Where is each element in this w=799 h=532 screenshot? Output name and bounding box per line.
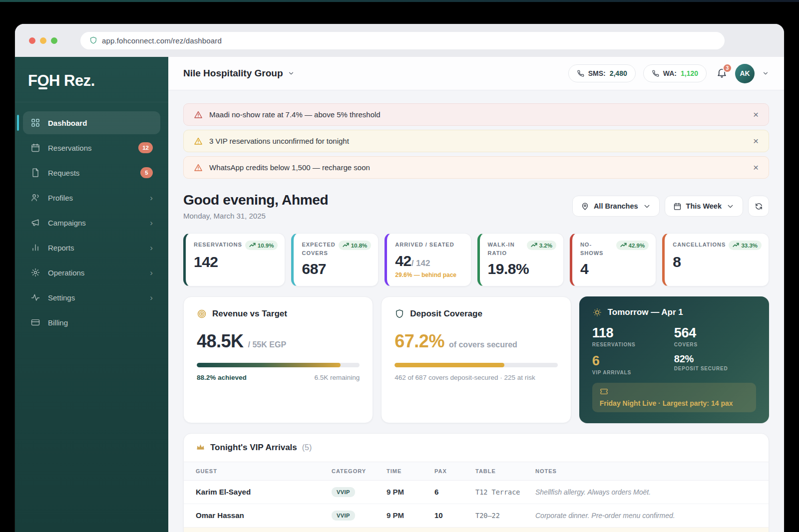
chevron-right-icon: › [150,219,153,227]
chevron-down-icon [726,202,735,211]
sidebar-item-label: Campaigns [48,219,86,227]
sidebar-item-label: Settings [48,293,75,302]
sidebar-item-requests[interactable]: Requests 5 [23,161,160,184]
vip-arrivals-card: Tonight's VIP Arrivals (5) GUEST CATEGOR… [183,433,769,532]
calendar-icon [673,202,682,211]
stat-value: 6 [592,353,674,369]
panel-title: Deposit Coverage [410,309,482,319]
branch-filter-label: All Branches [594,202,638,210]
trend-badge: 33.3% [729,241,762,250]
close-icon[interactable]: × [753,110,759,119]
deposit-progress-fill [395,363,504,367]
chevron-down-icon [643,202,651,211]
shield-icon [395,309,404,319]
minimize-window-button[interactable] [40,37,46,44]
alert-noshow-threshold: Maadi no-show rate at 7.4% — above 5% th… [183,103,769,126]
alert-text: 3 VIP reservations unconfirmed for tonig… [209,137,349,145]
sidebar-item-operations[interactable]: Operations › [23,261,160,284]
close-icon[interactable]: × [753,136,759,146]
panel-title: Tomorrow — Apr 1 [608,307,683,317]
logo-block: FOH Rez. [15,57,168,102]
tomorrow-stat-covers: 564 COVERS [674,325,756,347]
revenue-remaining: 6.5K remaining [315,374,360,381]
location-pin-icon [581,202,589,211]
stat-value: 118 [592,325,674,341]
revenue-vs-target-card: Revenue vs Target 48.5K / 55K EGP 88.2% … [183,296,373,423]
alert-text: WhatsApp credits below 1,500 — recharge … [209,163,370,172]
kpi-label: WALK-IN RATIO [488,241,524,257]
refresh-icon [755,202,763,211]
column-header: TABLE [475,468,535,474]
chevron-down-icon[interactable] [762,70,769,77]
target-icon [197,309,207,319]
category-badge: VVIP [332,511,355,521]
current-date: Monday, March 31, 2025 [183,212,328,220]
whatsapp-credits-pill[interactable]: WA: 1,120 [643,64,707,82]
sidebar: FOH Rez. Dashboard Reservations 12 Reque… [15,57,168,532]
url-text: app.fohconnect.com/rez/dashboard [102,36,222,45]
close-window-button[interactable] [29,37,35,44]
sidebar-item-settings[interactable]: Settings › [23,286,160,309]
topbar: Nile Hospitality Group SMS: 2,480 WA: 1,… [168,57,784,90]
trend-badge: 10.8% [339,241,372,250]
alert-text: Maadi no-show rate at 7.4% — above 5% th… [209,110,381,119]
deposit-coverage-card: Deposit Coverage 67.2% of covers secured… [381,296,571,423]
sidebar-item-dashboard[interactable]: Dashboard [23,111,160,134]
table-title: Tonight's VIP Arrivals [210,443,297,453]
sidebar-item-reports[interactable]: Reports › [23,236,160,259]
stat-label: COVERS [674,342,756,347]
sidebar-item-profiles[interactable]: Profiles › [23,186,160,209]
chevron-right-icon: › [150,244,153,252]
traffic-lights [29,37,57,44]
revenue-progress-track [197,363,360,367]
column-header: TIME [387,468,434,474]
address-bar[interactable]: app.fohconnect.com/rez/dashboard [80,32,725,49]
guest-notes: Shellfish allergy. Always orders Moët. [535,488,769,496]
kpi-card-reservations: RESERVATIONS 10.9% 142 [183,233,285,286]
app-logo[interactable]: FOH Rez. [28,72,155,90]
tomorrow-preview-card: Tomorrow — Apr 1 118 RESERVATIONS 564 CO… [579,296,769,423]
kpi-label: RESERVATIONS [194,241,242,249]
sidebar-item-label: Reports [48,244,74,252]
sidebar-item-label: Profiles [48,194,73,202]
tomorrow-event-banner: Friday Night Live · Largest party: 14 pa… [592,383,756,412]
tomorrow-event-text: Friday Night Live · Largest party: 14 pa… [600,399,749,407]
trend-badge: 42.9% [616,241,649,250]
trending-up-icon [249,242,256,249]
revenue-progress-fill [197,363,341,367]
kpi-value: 19.8% [488,261,556,277]
column-header: GUEST [184,468,332,474]
sidebar-item-billing[interactable]: Billing [23,311,160,334]
dashboard-content: Maadi no-show rate at 7.4% — above 5% th… [168,90,784,532]
date-range-filter-button[interactable]: This Week [665,196,743,217]
browser-chrome: app.fohconnect.com/rez/dashboard [15,24,784,57]
table-row[interactable]: Karim El-Sayed VVIP 9 PM 6 T12 Terrace S… [184,481,769,504]
maximize-window-button[interactable] [51,37,57,44]
table-count: (5) [302,443,312,452]
activity-icon [30,292,40,302]
notifications-button[interactable]: 3 [716,67,728,80]
sidebar-item-reservations[interactable]: Reservations 12 [23,136,160,159]
kpi-value: 687 [302,261,371,277]
browser-window: app.fohconnect.com/rez/dashboard FOH Rez… [15,24,784,532]
table-row[interactable]: Dina Mostafa VIP 8:30 PM 4 T5 Birthday c… [184,528,769,532]
avatar[interactable]: AK [735,64,755,83]
trending-up-icon [343,242,349,249]
kpi-card-walkin-ratio: WALK-IN RATIO 3.2% 19.8% [477,233,564,286]
column-header: NOTES [535,468,769,474]
sms-credits-pill[interactable]: SMS: 2,480 [568,64,636,82]
branch-filter-button[interactable]: All Branches [572,196,660,217]
trend-badge: 3.2% [527,241,556,250]
sidebar-item-label: Billing [48,318,68,327]
greeting-block: Good evening, Ahmed Monday, March 31, 20… [183,192,328,220]
sidebar-item-campaigns[interactable]: Campaigns › [23,211,160,234]
org-selector[interactable]: Nile Hospitality Group [183,68,295,79]
users-icon [30,193,40,203]
refresh-button[interactable] [748,196,769,217]
table-row[interactable]: Omar Hassan VVIP 9 PM 10 T20–22 Corporat… [184,504,769,528]
tomorrow-stats: 118 RESERVATIONS 564 COVERS 6 VIP ARRIVA… [592,325,756,375]
table-assignment: T12 Terrace [475,488,535,496]
chevron-right-icon: › [150,268,153,277]
filters: All Branches This Week [572,196,769,217]
close-icon[interactable]: × [753,163,759,172]
